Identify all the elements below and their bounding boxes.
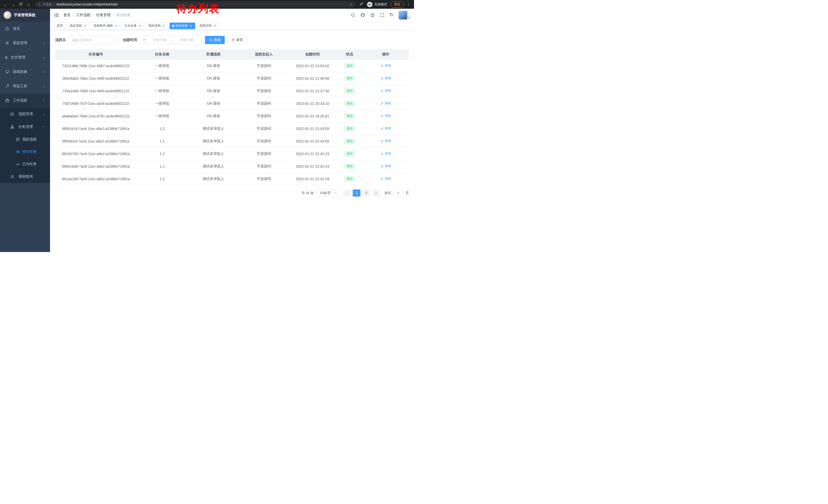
prev-page-button[interactable]: ‹ — [343, 189, 350, 197]
chevron-up-icon — [43, 126, 45, 128]
cell-task-id: 75d72608-7b7f-11ec-a3c8-acde48001122 — [55, 97, 136, 110]
chevron-down-icon — [43, 113, 45, 115]
help-icon[interactable] — [370, 13, 375, 17]
sidebar-collapse-icon[interactable] — [54, 12, 59, 18]
sidebar-item-infra[interactable]: 基础设施 — [0, 64, 50, 79]
sidebar-item-todo-task[interactable]: 待办任务 — [0, 146, 50, 158]
approve-link[interactable]: 审批 — [380, 151, 391, 156]
cell-initiator: 芋道源码 — [239, 97, 289, 110]
close-icon[interactable]: × — [213, 24, 216, 28]
app-logo[interactable]: 芋道管理系统 — [0, 9, 50, 21]
sidebar-menu: 首页 系统管理 ¥ 支付管理 基础设施 — [0, 21, 50, 252]
browser-chrome: ← → ⌂ ⚠ 不安全 dashboard.yudao.iocoder.cn/b… — [0, 0, 414, 9]
close-icon[interactable]: × — [114, 24, 118, 28]
date-range-picker[interactable]: 开始日期 - 结束日期 — [140, 36, 201, 44]
close-icon[interactable]: × — [138, 24, 141, 28]
browser-home-button[interactable]: ⌂ — [26, 2, 31, 7]
fullscreen-icon[interactable] — [380, 13, 384, 17]
cell-actions: 审批 — [363, 147, 409, 160]
pagination: 共 16 条 10条/页 ▾ ‹ 1 2 › 前往 页 — [55, 189, 409, 197]
close-icon[interactable]: × — [83, 24, 87, 28]
breadcrumb-item-task-mgmt[interactable]: 任务管理 — [96, 13, 116, 17]
cell-status: 激活 — [336, 173, 363, 185]
process-name-input[interactable] — [69, 36, 117, 44]
user-menu[interactable]: ▾ — [399, 11, 410, 19]
cell-task-name: 一级审批 — [136, 110, 188, 122]
cell-task-name: 一级审批 — [136, 72, 188, 85]
tab[interactable]: 我的流程 × — [146, 22, 168, 29]
sidebar-item-process-mgmt[interactable]: 流程管理 — [0, 108, 50, 121]
sidebar-item-label: 请假查询 — [18, 174, 33, 179]
reset-button-label: 重置 — [236, 38, 243, 42]
sidebar-item-task-mgmt[interactable]: 任务管理 — [0, 121, 50, 133]
tab[interactable]: 流程详情 × — [197, 22, 219, 29]
sidebar-item-dev-tools[interactable]: 研发工具 — [0, 79, 50, 93]
column-header-actions: 操作 — [363, 49, 409, 59]
close-icon[interactable]: × — [189, 24, 193, 28]
sidebar-item-done-task[interactable]: 已办任务 — [0, 158, 50, 170]
browser-reload-button[interactable] — [18, 2, 24, 7]
cell-initiator: 芋道源码 — [239, 85, 289, 97]
tab[interactable]: 首页 — [54, 22, 66, 29]
approve-link[interactable]: 审批 — [380, 63, 391, 68]
breadcrumb-item-home[interactable]: 首页 — [64, 13, 76, 17]
cell-process: 测试多审批人 — [188, 122, 239, 135]
search-button[interactable]: 搜索 — [205, 36, 225, 44]
goto-page-input[interactable] — [393, 189, 404, 197]
status-badge: 激活 — [344, 113, 355, 119]
approve-link[interactable]: 审批 — [380, 176, 391, 181]
breadcrumb-item-workflow[interactable]: 工作流程 — [76, 13, 96, 17]
table-row: 580e1b3d-7ac8-11ec-a9e2-a2380e71991a 1.1… — [55, 160, 409, 173]
approve-link[interactable]: 审批 — [380, 76, 391, 81]
date-separator: - — [173, 38, 174, 42]
sidebar-item-system[interactable]: 系统管理 — [0, 36, 50, 50]
font-size-icon[interactable]: TT — [389, 13, 394, 17]
approve-link[interactable]: 审批 — [380, 113, 391, 118]
breadcrumb-item-current: 待办任务 — [116, 13, 131, 17]
cell-task-id: 725a1eb6-7b88-11ec-8ef0-acde48001122 — [55, 85, 136, 97]
tab[interactable]: 流程表单-编辑 × — [91, 22, 120, 29]
column-header-process: 所属流程 — [188, 49, 239, 59]
incognito-label: 无痕模式 — [374, 2, 387, 7]
browser-forward-button[interactable]: → — [10, 2, 16, 7]
security-label: 不安全 — [43, 2, 52, 7]
browser-update-button[interactable]: 更新 — [391, 1, 404, 8]
password-key-icon[interactable] — [359, 2, 364, 7]
next-page-button[interactable]: › — [372, 189, 380, 197]
sidebar-item-label: 我的流程 — [22, 137, 37, 142]
avatar — [399, 11, 407, 19]
close-icon[interactable]: × — [162, 24, 165, 28]
sidebar-item-my-process[interactable]: 我的流程 — [0, 133, 50, 146]
tab[interactable]: 发起流程 × — [67, 22, 89, 29]
yen-icon: ¥ — [5, 55, 7, 60]
search-icon[interactable] — [350, 13, 355, 17]
page-button[interactable]: 1 — [353, 189, 360, 197]
bookmark-star-icon[interactable]: ☆ — [349, 2, 353, 6]
approve-link[interactable]: 审批 — [380, 126, 391, 131]
sidebar-item-leave-query[interactable]: 请假查询 — [0, 170, 50, 183]
github-icon[interactable] — [360, 13, 365, 17]
cell-actions: 审批 — [363, 122, 409, 135]
page-size-select[interactable]: 10条/页 ▾ — [317, 189, 338, 197]
approve-link[interactable]: 审批 — [380, 88, 391, 93]
cell-task-name: 1.2 — [136, 173, 188, 185]
browser-back-button[interactable]: ← — [3, 2, 8, 7]
sidebar-item-home[interactable]: 首页 — [0, 21, 50, 36]
approve-link[interactable]: 审批 — [380, 101, 391, 106]
column-header-initiator: 流程发起人 — [239, 49, 289, 59]
page-button[interactable]: 2 — [363, 189, 370, 197]
browser-menu-icon[interactable]: ⋮ — [406, 2, 411, 6]
approve-link[interactable]: 审批 — [380, 139, 391, 143]
cell-task-id: a6aba0a4-7b6d-11ec-b781-acde48001122 — [55, 110, 136, 122]
tab[interactable]: 已办任务 × — [122, 22, 144, 29]
sidebar-item-workflow[interactable]: 工作流程 — [0, 93, 50, 108]
cell-task-id: 8f0d1619-7ac8-11ec-a9e2-a2380e71991a — [55, 122, 136, 135]
sidebar-item-label: 基础设施 — [13, 70, 27, 74]
sidebar-item-payment[interactable]: ¥ 支付管理 — [0, 50, 50, 64]
tab[interactable]: 待办任务 × — [170, 22, 195, 29]
approve-link-label: 审批 — [385, 151, 391, 156]
approve-link[interactable]: 审批 — [380, 164, 391, 169]
address-bar[interactable]: ⚠ 不安全 dashboard.yudao.iocoder.cn/bpm/tas… — [35, 1, 356, 7]
reset-button[interactable]: 重置 — [227, 36, 247, 44]
table-row: 58154733-7ac8-11ec-a9e2-a2380e71991a 1.2… — [55, 147, 409, 160]
